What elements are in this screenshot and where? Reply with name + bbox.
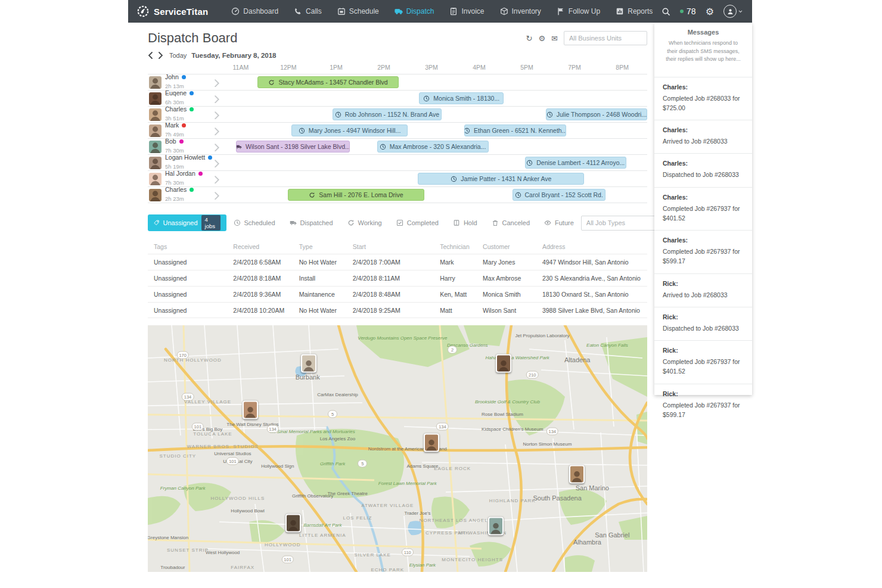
expand-row-chevron-icon[interactable] bbox=[215, 111, 220, 118]
expand-row-chevron-icon[interactable] bbox=[215, 159, 220, 166]
today-label[interactable]: Today bbox=[169, 52, 187, 59]
business-units-input[interactable] bbox=[564, 31, 647, 45]
technician-name: Mark bbox=[165, 122, 186, 129]
message-item[interactable]: Charles:Dispatched to Job #268033 bbox=[654, 153, 752, 186]
expand-row-chevron-icon[interactable] bbox=[215, 79, 220, 86]
technician-label[interactable]: Logan Howlett 5h 19m bbox=[148, 155, 212, 170]
technician-label[interactable]: Mark 7h 49m bbox=[148, 123, 186, 138]
dispatch-map[interactable]: NORTH HOLLYWOODBurbankVALLEY VILLAGETOLU… bbox=[148, 325, 647, 572]
nav-item-dashboard[interactable]: Dashboard bbox=[223, 0, 286, 23]
tab-working[interactable]: Working bbox=[340, 214, 389, 231]
message-text: Arrived to Job #268033 bbox=[663, 290, 744, 300]
message-item[interactable]: Rick:Completed Job #267937 for $599.17 bbox=[654, 384, 752, 427]
tech-marker-7[interactable] bbox=[488, 517, 504, 535]
message-item[interactable]: Charles:Completed Job #267937 for $401.5… bbox=[654, 187, 752, 231]
job-bar[interactable]: Rob Johnson - 1152 N. Brand Ave bbox=[333, 108, 442, 120]
message-item[interactable]: Charles:Completed Job #267937 for $599.1… bbox=[654, 230, 752, 273]
job-bar[interactable]: Sam Hill - 2076 E. Loma Drive bbox=[288, 189, 425, 201]
tab-dispatched[interactable]: Dispatched bbox=[282, 214, 340, 231]
job-bar[interactable]: Jamie Patter - 1431 N Anker Ave bbox=[418, 173, 584, 185]
tab-canceled[interactable]: Canceled bbox=[485, 214, 537, 231]
job-bar[interactable]: Max Ambrose - 320 S Alexandria... bbox=[377, 141, 489, 153]
tab-unassigned[interactable]: Unassigned4 jobs bbox=[148, 214, 226, 231]
nav-item-follow-up[interactable]: Follow Up bbox=[549, 0, 608, 23]
table-cell: 3988 Silver Lake Blvd, San Antonio bbox=[542, 307, 641, 314]
job-types-input[interactable] bbox=[581, 216, 656, 231]
column-header-type[interactable]: Type bbox=[299, 243, 353, 250]
column-header-customer[interactable]: Customer bbox=[483, 243, 542, 250]
refresh-icon[interactable]: ↻ bbox=[526, 35, 533, 42]
technician-label[interactable]: Hal Jordan 7h 30m bbox=[148, 171, 203, 186]
tab-hold[interactable]: Hold bbox=[446, 214, 485, 231]
column-header-address[interactable]: Address bbox=[542, 243, 641, 250]
technician-row: Logan Howlett 5h 19m Denise Lambert - 41… bbox=[148, 155, 647, 171]
job-bar-label: Ethan Green - 6521 N. Kenneth... bbox=[474, 127, 566, 134]
message-text: Dispatched to Job #268033 bbox=[663, 323, 744, 333]
column-header-received[interactable]: Received bbox=[233, 243, 299, 250]
user-menu[interactable] bbox=[723, 5, 743, 18]
table-row[interactable]: Unassigned2/4/2018 6:58AMNo Hot Water2/4… bbox=[148, 254, 647, 270]
job-bar[interactable]: Carol Bryant - 152 Scott Rd. bbox=[513, 189, 605, 201]
column-header-tags[interactable]: Tags bbox=[154, 243, 233, 250]
table-cell: 230 S Alexandria Ave., San Antonio bbox=[542, 275, 641, 282]
expand-row-chevron-icon[interactable] bbox=[215, 191, 220, 198]
expand-row-chevron-icon[interactable] bbox=[215, 175, 220, 182]
nav-item-invoice[interactable]: Invoice bbox=[442, 0, 492, 23]
messages-title: Messages bbox=[654, 29, 752, 36]
column-header-start[interactable]: Start bbox=[353, 243, 440, 250]
job-bar[interactable]: Wilson Sant - 3198 Silver Lake Blvd... bbox=[236, 141, 349, 153]
table-row[interactable]: Unassigned2/4/2018 8:18AMInstall2/4/2018… bbox=[148, 270, 647, 286]
job-bar[interactable]: Stacy McAdams - 13457 Chandler Blvd bbox=[257, 76, 398, 88]
date-navigation: Today Tuesday, February 8, 2018 bbox=[148, 52, 647, 59]
board-settings-gear-icon[interactable]: ⚙ bbox=[538, 35, 545, 42]
expand-row-chevron-icon[interactable] bbox=[215, 95, 220, 102]
job-bar[interactable]: Mary Jones - 4947 Windsor Hill... bbox=[291, 125, 407, 136]
table-row[interactable]: Unassigned2/4/2018 10:20AMNo Hot Water2/… bbox=[148, 302, 647, 318]
chart-icon bbox=[616, 7, 624, 15]
tech-marker-5[interactable] bbox=[569, 465, 585, 484]
settings-gear-icon[interactable]: ⚙ bbox=[706, 6, 714, 17]
app-window: ServiceTitan DashboardCallsScheduleDispa… bbox=[128, 0, 752, 588]
message-item[interactable]: Rick:Completed Job #267937 for $401.52 bbox=[654, 340, 752, 384]
expand-row-chevron-icon[interactable] bbox=[215, 143, 220, 150]
technician-label[interactable]: Charles 3h 51m bbox=[148, 107, 194, 122]
nav-item-dispatch[interactable]: Dispatch bbox=[387, 0, 442, 23]
nav-item-inventory[interactable]: Inventory bbox=[492, 0, 549, 23]
nav-item-label: Follow Up bbox=[569, 7, 600, 15]
truck-icon bbox=[290, 219, 297, 226]
column-header-technician[interactable]: Technician bbox=[440, 243, 483, 250]
tab-future[interactable]: Future bbox=[537, 214, 581, 231]
job-bar[interactable]: Denise Lambert - 4112 Arroyo... bbox=[525, 157, 626, 169]
nav-item-calls[interactable]: Calls bbox=[286, 0, 330, 23]
message-item[interactable]: Rick:Arrived to Job #268033 bbox=[654, 273, 752, 307]
technician-label[interactable]: Bob 7h 30m bbox=[148, 139, 184, 154]
technician-duration: 5h 19m bbox=[165, 163, 184, 170]
tab-scheduled[interactable]: Scheduled bbox=[226, 214, 282, 231]
brand[interactable]: ServiceTitan bbox=[128, 5, 223, 18]
technician-label[interactable]: Charles 2h 23m bbox=[148, 187, 194, 203]
search-icon[interactable] bbox=[662, 7, 670, 16]
tab-completed[interactable]: Completed bbox=[389, 214, 446, 231]
nav-item-schedule[interactable]: Schedule bbox=[330, 0, 387, 23]
tech-marker-4[interactable] bbox=[424, 434, 439, 452]
job-bar[interactable]: Monica Smith - 18130... bbox=[419, 92, 504, 104]
nav-item-reports[interactable]: Reports bbox=[608, 0, 660, 23]
table-row[interactable]: Unassigned2/4/2018 9:36AMMaintanence2/4/… bbox=[148, 286, 647, 302]
job-bar[interactable]: Ethan Green - 6521 N. Kenneth... bbox=[464, 125, 566, 136]
notification-counter[interactable]: 78 bbox=[680, 7, 696, 16]
expand-row-chevron-icon[interactable] bbox=[215, 127, 220, 134]
envelope-icon[interactable]: ✉ bbox=[551, 35, 558, 42]
tech-marker-1[interactable] bbox=[301, 354, 316, 373]
technician-label[interactable]: John 2h 13m bbox=[148, 74, 186, 90]
message-item[interactable]: Rick:Dispatched to Job #268033 bbox=[654, 307, 752, 340]
tech-marker-6[interactable] bbox=[285, 514, 301, 533]
job-bar[interactable]: Julie Thompson - 2468 Woodri... bbox=[546, 108, 647, 120]
message-item[interactable]: Charles:Completed Job #268033 for $725.0… bbox=[654, 77, 752, 120]
next-day-button[interactable] bbox=[159, 52, 164, 59]
message-item[interactable]: Charles:Arrived to Job #268033 bbox=[654, 120, 752, 153]
prev-day-button[interactable] bbox=[148, 52, 154, 59]
technician-label[interactable]: Euqene 6h 30m bbox=[148, 91, 194, 106]
tech-marker-3[interactable] bbox=[243, 401, 258, 419]
user-avatar-icon bbox=[723, 5, 737, 18]
tech-marker-2[interactable] bbox=[496, 354, 511, 373]
